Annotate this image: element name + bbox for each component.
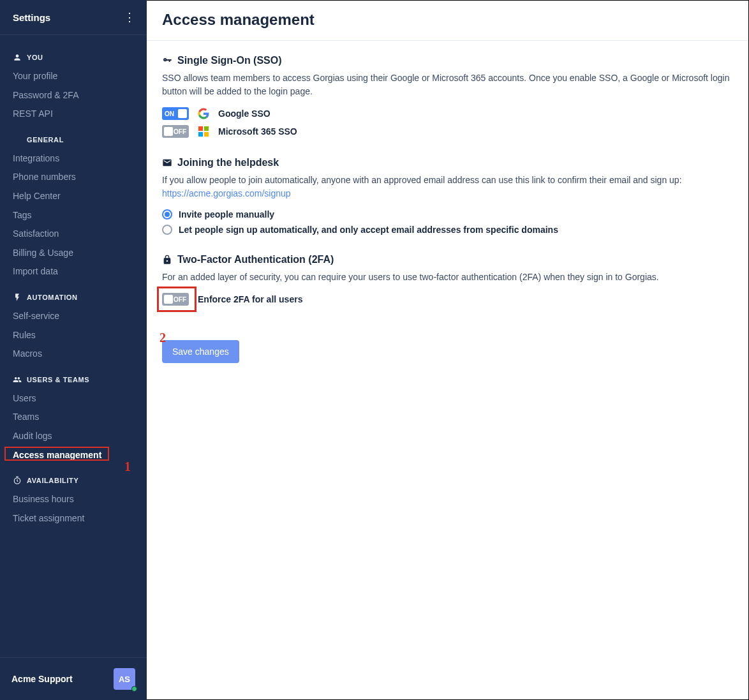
main: Access management Single Sign-On (SSO) S… bbox=[147, 0, 749, 700]
svg-rect-3 bbox=[198, 132, 203, 137]
nav-section-label: AUTOMATION bbox=[27, 294, 78, 301]
org-name: Acme Support bbox=[11, 674, 73, 684]
joining-desc-text: If you allow people to join automaticall… bbox=[162, 175, 682, 185]
people-icon bbox=[13, 375, 22, 384]
more-icon[interactable]: ⋮ bbox=[124, 11, 135, 23]
toggle-state-text: ON bbox=[165, 110, 174, 117]
nav-tags[interactable]: Tags bbox=[0, 206, 147, 225]
nav-section-general: GENERAL bbox=[0, 124, 147, 149]
enforce-2fa-toggle[interactable]: OFF bbox=[162, 293, 189, 306]
nav-import-data[interactable]: Import data bbox=[0, 262, 147, 281]
nav-macros[interactable]: Macros bbox=[0, 345, 147, 364]
section-joining: Joining the helpdesk If you allow people… bbox=[162, 157, 733, 235]
toggle-state-text: OFF bbox=[174, 128, 186, 135]
nav-section-users-teams: USERS & TEAMS bbox=[0, 364, 147, 389]
nav-teams[interactable]: Teams bbox=[0, 408, 147, 427]
radio-manual-row[interactable]: Invite people manually bbox=[162, 209, 733, 220]
nav-billing-usage[interactable]: Billing & Usage bbox=[0, 244, 147, 263]
save-button[interactable]: Save changes bbox=[162, 340, 239, 363]
avatar-initials: AS bbox=[119, 674, 130, 684]
main-header: Access management bbox=[147, 1, 748, 41]
toggle-knob bbox=[164, 127, 173, 136]
svg-rect-1 bbox=[198, 126, 203, 131]
annotation-label-2: 2 bbox=[159, 331, 166, 345]
radio-manual[interactable] bbox=[162, 209, 172, 220]
svg-rect-4 bbox=[204, 132, 209, 137]
enforce-2fa-label: Enforce 2FA for all users bbox=[198, 294, 302, 304]
section-2fa: Two-Factor Authentication (2FA) For an a… bbox=[162, 254, 733, 306]
nav-users[interactable]: Users bbox=[0, 389, 147, 408]
nav-satisfaction[interactable]: Satisfaction bbox=[0, 225, 147, 244]
nav-section-you: YOU bbox=[0, 41, 147, 67]
nav-rules[interactable]: Rules bbox=[0, 326, 147, 345]
nav-phone-numbers[interactable]: Phone numbers bbox=[0, 168, 147, 187]
nav-help-center[interactable]: Help Center bbox=[0, 187, 147, 206]
google-sso-toggle[interactable]: ON bbox=[162, 107, 189, 120]
twofa-desc: For an added layer of security, you can … bbox=[162, 271, 733, 284]
enforce-2fa-row: OFF Enforce 2FA for all users bbox=[162, 293, 733, 306]
nav-your-profile[interactable]: Your profile bbox=[0, 67, 147, 86]
twofa-heading-text: Two-Factor Authentication (2FA) bbox=[177, 254, 334, 265]
content: Single Sign-On (SSO) SSO allows team mem… bbox=[147, 41, 748, 377]
gear-icon bbox=[13, 135, 22, 144]
signup-link[interactable]: https://acme.gorgias.com/signup bbox=[162, 188, 291, 198]
microsoft-sso-label: Microsoft 365 SSO bbox=[218, 126, 297, 137]
bolt-icon bbox=[13, 293, 22, 302]
joining-heading-text: Joining the helpdesk bbox=[177, 157, 279, 168]
nav-self-service[interactable]: Self-service bbox=[0, 307, 147, 326]
nav-section-label: USERS & TEAMS bbox=[27, 376, 89, 384]
joining-heading: Joining the helpdesk bbox=[162, 157, 733, 168]
clock-icon bbox=[13, 476, 22, 485]
toggle-knob bbox=[178, 109, 187, 118]
microsoft-sso-row: OFF Microsoft 365 SSO bbox=[162, 125, 733, 138]
toggle-knob bbox=[164, 295, 173, 304]
nav-business-hours[interactable]: Business hours bbox=[0, 490, 147, 509]
sidebar-footer: Acme Support AS bbox=[0, 657, 147, 700]
twofa-heading: Two-Factor Authentication (2FA) bbox=[162, 254, 733, 265]
sso-desc: SSO allows team members to access Gorgia… bbox=[162, 71, 733, 98]
toggle-state-text: OFF bbox=[174, 296, 186, 303]
sidebar-title: Settings bbox=[13, 12, 50, 23]
radio-auto-row[interactable]: Let people sign up automatically, and on… bbox=[162, 225, 733, 235]
lock-icon bbox=[162, 255, 172, 265]
google-sso-label: Google SSO bbox=[218, 108, 271, 119]
sso-heading: Single Sign-On (SSO) bbox=[162, 55, 733, 66]
section-sso: Single Sign-On (SSO) SSO allows team mem… bbox=[162, 55, 733, 138]
nav-section-label: GENERAL bbox=[27, 136, 64, 144]
page-title: Access management bbox=[162, 11, 733, 29]
nav-integrations[interactable]: Integrations bbox=[0, 149, 147, 168]
annotation-label-1: 1 bbox=[124, 459, 131, 474]
radio-manual-label: Invite people manually bbox=[179, 209, 274, 220]
nav-section-automation: AUTOMATION bbox=[0, 281, 147, 307]
person-icon bbox=[13, 53, 22, 62]
sidebar: Settings ⋮ YOU Your profile Password & 2… bbox=[0, 0, 147, 700]
google-icon bbox=[198, 108, 209, 119]
microsoft-icon bbox=[198, 126, 209, 137]
nav-rest-api[interactable]: REST API bbox=[0, 105, 147, 124]
nav-password-2fa[interactable]: Password & 2FA bbox=[0, 86, 147, 105]
sidebar-nav: YOU Your profile Password & 2FA REST API… bbox=[0, 35, 147, 657]
radio-auto-label: Let people sign up automatically, and on… bbox=[179, 225, 558, 235]
joining-desc: If you allow people to join automaticall… bbox=[162, 174, 733, 200]
nav-section-label: YOU bbox=[27, 54, 43, 61]
nav-audit-logs[interactable]: Audit logs bbox=[0, 427, 147, 446]
nav-ticket-assignment[interactable]: Ticket assignment bbox=[0, 509, 147, 528]
sidebar-header: Settings ⋮ bbox=[0, 0, 147, 35]
status-dot-icon bbox=[131, 686, 137, 692]
radio-auto[interactable] bbox=[162, 225, 172, 235]
sso-heading-text: Single Sign-On (SSO) bbox=[177, 55, 282, 66]
microsoft-sso-toggle[interactable]: OFF bbox=[162, 125, 189, 138]
mail-icon bbox=[162, 158, 172, 168]
svg-rect-2 bbox=[204, 126, 209, 131]
nav-section-label: AVAILABILITY bbox=[27, 477, 78, 484]
avatar[interactable]: AS bbox=[114, 668, 135, 690]
google-sso-row: ON Google SSO bbox=[162, 107, 733, 120]
key-icon bbox=[162, 56, 172, 66]
